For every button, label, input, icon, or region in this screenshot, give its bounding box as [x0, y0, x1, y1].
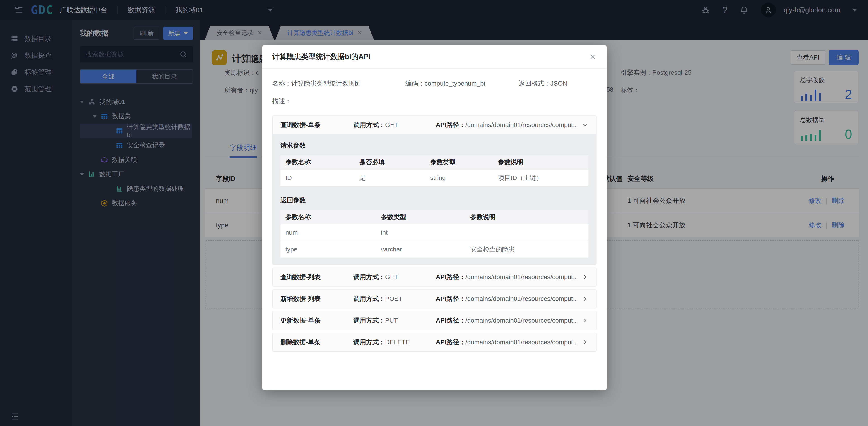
chevron-right-icon: [582, 274, 588, 281]
api-section-query-single[interactable]: 查询数据-单条 调用方式：GET API路径：/domains/domain01…: [272, 116, 597, 134]
return-params-table: 参数名称 参数类型 参数说明 num int type varchar 安全检查…: [280, 210, 588, 258]
close-icon[interactable]: [589, 53, 597, 61]
param-row: ID 是 string 项目ID（主键）: [280, 169, 588, 186]
chevron-right-icon: [582, 339, 588, 346]
api-description: 描述：: [272, 97, 597, 105]
param-row: type varchar 安全检查的隐患: [280, 241, 588, 258]
api-section-list: 查询数据-单条 调用方式：GET API路径：/domains/domain01…: [272, 116, 597, 352]
api-section-detail: 请求参数 参数名称 是否必填 参数类型 参数说明 ID 是 string 项目I…: [272, 134, 597, 265]
api-meta: 名称：计算隐患类型统计数据bi 编码：compute_typenum_bi 返回…: [272, 79, 597, 88]
api-section-create-list[interactable]: 新增数据-列表 调用方式：POST API路径：/domains/domain0…: [272, 289, 597, 308]
param-row: num int: [280, 224, 588, 241]
chevron-down-icon: [582, 122, 588, 128]
api-section-query-list[interactable]: 查询数据-列表 调用方式：GET API路径：/domains/domain01…: [272, 267, 597, 287]
request-params-title: 请求参数: [280, 141, 588, 150]
chevron-right-icon: [582, 317, 588, 324]
return-params-title: 返回参数: [280, 196, 588, 205]
chevron-right-icon: [582, 295, 588, 302]
api-section-update-single[interactable]: 更新数据-单条 调用方式：PUT API路径：/domains/domain01…: [272, 311, 597, 330]
modal-title: 计算隐患类型统计数据bi的API: [272, 52, 371, 62]
request-params-table: 参数名称 是否必填 参数类型 参数说明 ID 是 string 项目ID（主键）: [280, 155, 588, 186]
api-section-delete-single[interactable]: 删除数据-单条 调用方式：DELETE API路径：/domains/domai…: [272, 333, 597, 352]
api-detail-modal: 计算隐患类型统计数据bi的API 名称：计算隐患类型统计数据bi 编码：comp…: [262, 45, 607, 390]
